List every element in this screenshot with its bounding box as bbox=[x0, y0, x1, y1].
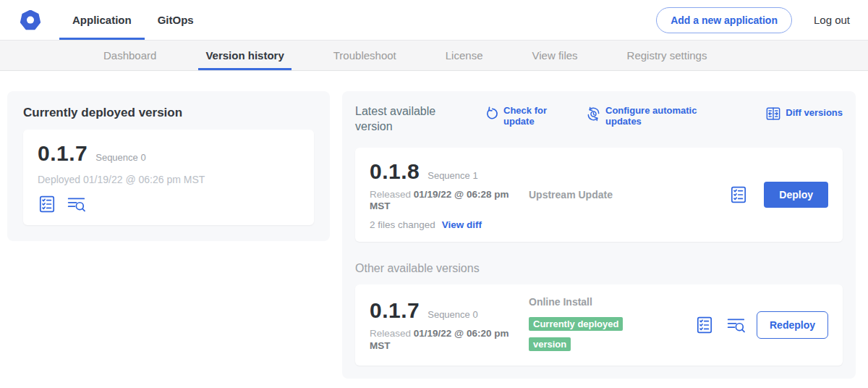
other-versions-title: Other available versions bbox=[355, 262, 843, 275]
other-source-label: Online Install bbox=[529, 296, 695, 308]
configure-automatic-updates-link[interactable]: Configure automatic updates bbox=[586, 106, 701, 127]
other-released-line: Released 01/19/22 @ 06:20 pm MST bbox=[370, 328, 514, 353]
other-sequence-label: Sequence 0 bbox=[427, 309, 477, 320]
files-changed-label: 2 files changed bbox=[370, 219, 435, 230]
other-version-card: 0.1.7 Sequence 0 Released 01/19/22 @ 06:… bbox=[355, 284, 843, 366]
auto-update-clock-icon bbox=[586, 106, 601, 122]
diff-versions-icon bbox=[765, 106, 781, 121]
add-application-button[interactable]: Add a new application bbox=[656, 7, 792, 33]
primary-tabs: Application GitOps bbox=[59, 0, 207, 40]
tab-application[interactable]: Application bbox=[59, 0, 145, 40]
subtab-view-files[interactable]: View files bbox=[524, 41, 584, 70]
deployed-version-number: 0.1.7 bbox=[38, 141, 88, 166]
currently-deployed-panel: Currently deployed version 0.1.7 Sequenc… bbox=[7, 91, 330, 241]
app-logo-icon bbox=[20, 0, 41, 40]
deployed-version-row: 0.1.7 Sequence 0 bbox=[38, 141, 299, 166]
main-content: Currently deployed version 0.1.7 Sequenc… bbox=[0, 71, 868, 379]
latest-version-card: 0.1.8 Sequence 1 Released 01/19/22 @ 06:… bbox=[355, 148, 843, 242]
currently-deployed-badge: Currently deployed version bbox=[529, 317, 623, 351]
released-label: Released bbox=[370, 328, 411, 339]
subtab-troubleshoot[interactable]: Troubleshoot bbox=[326, 41, 404, 70]
deployed-timestamp: Deployed 01/19/22 @ 06:26 pm MST bbox=[38, 174, 299, 185]
available-panel-header: Latest available version Check for updat… bbox=[355, 104, 843, 135]
other-version-number: 0.1.7 bbox=[370, 298, 420, 323]
latest-sequence-label: Sequence 1 bbox=[427, 170, 477, 181]
check-for-update-link[interactable]: Check for update bbox=[485, 106, 556, 127]
diff-versions-link[interactable]: Diff versions bbox=[765, 106, 843, 121]
tab-gitops[interactable]: GitOps bbox=[145, 0, 207, 40]
tab-gitops-label: GitOps bbox=[158, 14, 194, 26]
preflight-checks-icon[interactable] bbox=[695, 316, 714, 334]
other-version-actions: Redeploy bbox=[695, 311, 828, 339]
latest-source-label: Upstream Update bbox=[529, 189, 729, 201]
released-label: Released bbox=[370, 189, 411, 200]
header-actions: Add a new application Log out bbox=[656, 0, 850, 40]
deployed-sequence-label: Sequence 0 bbox=[95, 152, 145, 163]
latest-version-info: 0.1.8 Sequence 1 Released 01/19/22 @ 06:… bbox=[370, 159, 514, 231]
subtab-license[interactable]: License bbox=[438, 41, 490, 70]
preflight-checks-icon[interactable] bbox=[38, 195, 56, 214]
top-header: Application GitOps Add a new application… bbox=[0, 0, 868, 41]
latest-version-source: Upstream Update bbox=[514, 189, 729, 201]
view-diff-link[interactable]: View diff bbox=[442, 219, 482, 230]
latest-version-actions: Deploy bbox=[729, 182, 828, 208]
redeploy-button[interactable]: Redeploy bbox=[757, 311, 828, 339]
currently-deployed-badge-wrap: Currently deployed version bbox=[529, 313, 658, 354]
other-version-info: 0.1.7 Sequence 0 Released 01/19/22 @ 06:… bbox=[370, 298, 514, 353]
app-subnav: Dashboard Version history Troubleshoot L… bbox=[0, 41, 868, 71]
view-logs-icon[interactable] bbox=[726, 316, 746, 334]
deployed-panel-title: Currently deployed version bbox=[23, 106, 314, 120]
tab-application-label: Application bbox=[72, 14, 132, 26]
view-logs-icon[interactable] bbox=[67, 195, 87, 214]
latest-version-number: 0.1.8 bbox=[370, 159, 420, 184]
check-for-update-label: Check for update bbox=[503, 106, 556, 127]
preflight-checks-icon[interactable] bbox=[729, 185, 748, 204]
diff-versions-label: Diff versions bbox=[786, 108, 843, 119]
subtab-dashboard[interactable]: Dashboard bbox=[96, 41, 163, 70]
deployed-card-actions bbox=[38, 195, 299, 214]
available-versions-panel: Latest available version Check for updat… bbox=[342, 91, 856, 379]
latest-files-row: 2 files changed View diff bbox=[370, 219, 514, 230]
latest-released-line: Released 01/19/22 @ 06:28 pm MST bbox=[370, 189, 514, 214]
deployed-version-card: 0.1.7 Sequence 0 Deployed 01/19/22 @ 06:… bbox=[23, 130, 314, 225]
latest-available-title: Latest available version bbox=[355, 104, 462, 135]
deploy-button[interactable]: Deploy bbox=[764, 182, 828, 208]
subtab-version-history[interactable]: Version history bbox=[198, 41, 291, 70]
latest-version-row: 0.1.8 Sequence 1 bbox=[370, 159, 514, 184]
refresh-icon bbox=[485, 106, 499, 121]
other-version-row: 0.1.7 Sequence 0 bbox=[370, 298, 514, 323]
other-version-source: Online Install Currently deployed versio… bbox=[514, 296, 695, 354]
subtab-registry-settings[interactable]: Registry settings bbox=[620, 41, 715, 70]
configure-automatic-updates-label: Configure automatic updates bbox=[605, 106, 701, 127]
logout-button[interactable]: Log out bbox=[814, 14, 850, 26]
